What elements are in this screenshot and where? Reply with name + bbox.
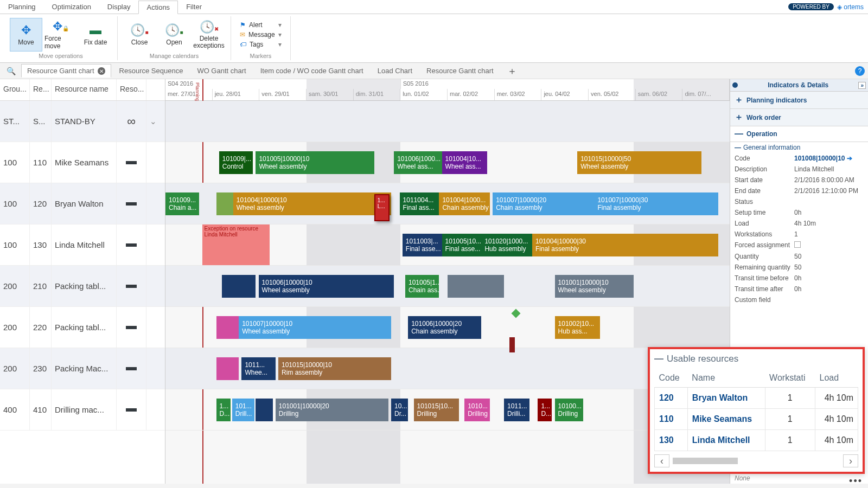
gantt-bar[interactable]: 101004|10...Wheel ass... [442, 151, 487, 174]
usable-row[interactable]: 130 Linda Mitchell 1 4h 10m [655, 430, 858, 451]
gantt-bar[interactable]: 10...Dr... [391, 399, 408, 421]
usable-row[interactable]: 120 Bryan Walton 1 4h 10m [655, 388, 858, 409]
resize-grip-icon[interactable]: ••• [849, 476, 863, 487]
acc-work-order[interactable]: ＋Work order [730, 109, 868, 126]
menu-planning[interactable]: Planning [0, 0, 44, 14]
gantt-bar[interactable] [216, 192, 233, 215]
alert-menu[interactable]: ⚑Alert▾ [237, 21, 285, 29]
gantt-row[interactable]: 101009|...Control101005|10000|10Wheel as… [165, 142, 730, 183]
gantt-bar[interactable]: 101004|1000...Chain assembly [439, 192, 490, 215]
help-button[interactable]: ? [855, 66, 865, 76]
search-icon[interactable]: 🔍 [3, 67, 19, 75]
tags-menu[interactable]: 🏷Tags▾ [237, 40, 285, 49]
message-menu[interactable]: ✉Message▾ [237, 30, 285, 39]
usable-header-code[interactable]: Code [655, 369, 688, 388]
menu-filter[interactable]: Filter [178, 0, 210, 14]
gantt-bar[interactable] [216, 357, 239, 380]
gantt-row[interactable]: 101007|10000|10Wheel assembly101006|1000… [165, 307, 730, 348]
gantt-row[interactable]: 1...D...101...Drill...101001|10000|20Dri… [165, 389, 730, 431]
gantt-bar[interactable]: 1...D... [538, 399, 552, 421]
tab-resource-gantt[interactable]: Resource Gantt chart✕ [21, 64, 111, 78]
expand-toggle[interactable]: ⌄ [146, 101, 160, 142]
gantt-bar[interactable]: 101006|10000|20Chain assembly [408, 316, 481, 339]
gantt-bar[interactable]: 101005|10000|10Wheel assembly [256, 151, 374, 174]
gantt-bar[interactable]: 101005|10...Final asse... [442, 234, 482, 256]
tab-wo-gantt[interactable]: WO Gantt chart [191, 64, 252, 78]
usable-code[interactable]: 120 [655, 388, 688, 409]
gantt-bar[interactable]: 101020|1000...Hub assembly [481, 234, 532, 256]
gantt-bar[interactable]: 101007|10000|20Chain assembly [493, 192, 594, 215]
resource-row[interactable]: 200 230 Packing Mac... [0, 348, 165, 389]
gantt-bar[interactable]: 101007|10000|30Final assembly [594, 192, 718, 215]
expand-button[interactable]: » [858, 82, 866, 89]
scrollbar-track[interactable] [738, 458, 843, 464]
gantt-bar[interactable] [256, 399, 272, 421]
gantt-bar[interactable] [448, 275, 504, 298]
usable-name[interactable]: Bryan Walton [687, 388, 765, 409]
resource-row[interactable]: 100 110 Mike Seamans [0, 142, 165, 183]
gantt-bar[interactable]: 101015|10...Drilling [414, 399, 459, 421]
force-move-button[interactable]: ✥🔒 Force move [44, 18, 77, 52]
tab-resource-gantt-2[interactable]: Resource Gantt chart [420, 64, 500, 78]
gantt-row[interactable]: 1011...Whee...101015|10000|10Rim assembl… [165, 348, 730, 389]
usable-header-ws[interactable]: Workstati [765, 369, 815, 388]
resource-row[interactable]: 400 410 Drilling mac... [0, 389, 165, 431]
close-button[interactable]: 🕓■ Close [123, 18, 156, 52]
gantt-bar[interactable]: 101004|10000|30Final assembly [532, 234, 718, 256]
gantt-bar[interactable]: 1011...Drilli... [504, 399, 529, 421]
gantt-bar[interactable]: 101006|1000...Wheel ass... [394, 151, 442, 174]
tab-load-chart[interactable]: Load Chart [372, 64, 418, 78]
gantt-bar[interactable]: 1011003|...Final asse... [403, 234, 442, 256]
gantt-row[interactable]: 101006|10000|10Wheel assembly101005|1...… [165, 266, 730, 307]
gantt-bar[interactable]: 1010...Drilling [464, 399, 490, 421]
acc-operation[interactable]: —Operation [730, 126, 868, 142]
resource-row[interactable]: 200 210 Packing tabl... [0, 266, 165, 307]
gantt-bar[interactable]: 101009|...Control [219, 151, 253, 174]
resource-row[interactable]: ST... S... STAND-BY ∞⌄ [0, 101, 165, 142]
resource-row[interactable]: 200 220 Packing tabl... [0, 307, 165, 348]
header-resource[interactable]: Re... [30, 79, 52, 100]
scrollbar-thumb[interactable] [673, 458, 738, 464]
gantt-bar[interactable]: 101009...Chain a... [165, 192, 199, 215]
gantt-bar[interactable]: 101006|10000|10Wheel assembly [259, 275, 394, 298]
menu-display[interactable]: Display [99, 0, 139, 14]
acc-planning-indicators[interactable]: ＋Planning indicators [730, 92, 868, 109]
open-button[interactable]: 🕓■ Open [158, 18, 190, 52]
gantt-bar[interactable]: 101001|10000|20Drilling [276, 399, 388, 421]
fix-date-button[interactable]: ▬ Fix date [79, 18, 112, 52]
tab-item-wo-gantt[interactable]: Item code / WO code Gantt chart [254, 64, 369, 78]
gantt-bar[interactable]: 101001|10000|10Wheel assembly [555, 275, 634, 298]
next-button[interactable]: › [843, 454, 858, 467]
gantt-bar[interactable]: 1011...Whee... [241, 357, 275, 380]
header-group[interactable]: Grou... [0, 79, 30, 100]
gantt-bar[interactable]: 101015|10000|10Rim assembly [278, 357, 391, 380]
gantt-row[interactable]: 101009...Chain a...101004|10000|10Wheel … [165, 183, 730, 224]
tab-resource-sequence[interactable]: Resource Sequence [113, 64, 189, 78]
gantt-row[interactable] [165, 101, 730, 142]
gantt-bar[interactable]: 1011004...Final ass... [400, 192, 439, 215]
gantt-bar[interactable]: 101007|10000|10Wheel assembly [239, 316, 391, 339]
add-tab-button[interactable]: ＋ [502, 65, 522, 78]
usable-header-load[interactable]: Load [815, 369, 858, 388]
usable-code[interactable]: 110 [655, 409, 688, 430]
gantt-row[interactable]: Exception on resource Linda Mitchell1011… [165, 224, 730, 266]
code-value[interactable]: 101008|10000|10 ➔ [794, 155, 864, 162]
menu-actions[interactable]: Actions [138, 1, 178, 14]
usable-name[interactable]: Mike Seamans [687, 409, 765, 430]
gantt-bar[interactable]: 101002|10...Hub ass... [555, 316, 600, 339]
gantt-bar[interactable]: 101005|1...Chain ass... [405, 275, 439, 298]
gantt-bar[interactable]: 101004|10000|10Wheel assembly [233, 192, 391, 215]
header-name[interactable]: Resource name [52, 79, 117, 100]
delete-exceptions-button[interactable]: 🕓✖ Delete exceptions [193, 18, 225, 52]
usable-header-name[interactable]: Name [687, 369, 765, 388]
dragging-bar[interactable]: 1...L... [374, 194, 390, 221]
gantt-chart[interactable]: S04 2016 S05 2016 mer. 27/01jeu. 28/01ve… [165, 79, 730, 484]
prev-button[interactable]: ‹ [654, 454, 669, 467]
usable-name[interactable]: Linda Mitchell [687, 430, 765, 451]
gantt-bar[interactable]: 101...Drill... [232, 399, 255, 421]
gantt-bar[interactable]: 101015|10000|50Wheel assembly [577, 151, 701, 174]
general-info-heading[interactable]: —General information [730, 142, 868, 153]
gantt-bar[interactable]: 1...D... [216, 399, 231, 421]
close-icon[interactable]: ✕ [98, 67, 105, 75]
usable-row[interactable]: 110 Mike Seamans 1 4h 10m [655, 409, 858, 430]
